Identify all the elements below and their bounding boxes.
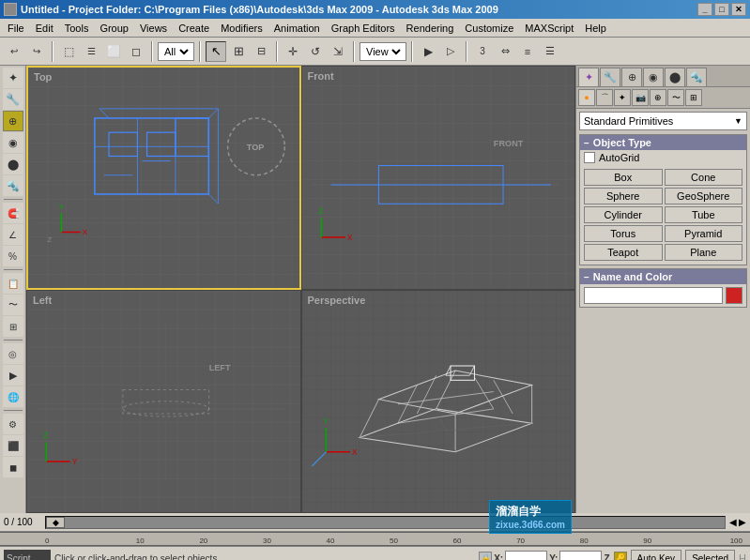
lt-snap-button[interactable]: 🧲 (3, 203, 23, 223)
menu-group[interactable]: Group (94, 22, 134, 35)
sub-tab-helpers[interactable]: ⊕ (650, 89, 666, 106)
bind-to-space-button[interactable]: ⊟ (251, 41, 271, 62)
autokey-button[interactable]: Auto Key (631, 550, 682, 560)
maximize-button[interactable]: □ (714, 3, 729, 16)
timeline-prev-button[interactable]: ◀ (729, 517, 737, 527)
timeline-next-button[interactable]: ▶ (739, 517, 746, 527)
lt-extra3-button[interactable]: ◼ (3, 457, 23, 477)
lt-motion-button[interactable]: ◉ (3, 132, 23, 153)
y-input[interactable] (559, 551, 602, 561)
lt-create-button[interactable]: ✦ (3, 68, 23, 88)
obj-btn-torus[interactable]: Torus (584, 225, 663, 242)
view-dropdown[interactable]: View (360, 42, 406, 61)
section-collapse-icon[interactable]: − (584, 138, 589, 148)
obj-btn-cone[interactable]: Cone (665, 169, 743, 186)
lt-display-button[interactable]: ⬤ (3, 154, 23, 174)
render-scene-button[interactable]: ▶ (418, 41, 438, 62)
window-controls[interactable]: _ □ ✕ (697, 3, 746, 16)
lt-hierarchy-button[interactable]: ⊕ (3, 111, 23, 131)
lt-schematic-view-button[interactable]: ⊞ (3, 316, 23, 337)
redo-button[interactable]: ↪ (26, 41, 47, 62)
cmd-tab-utility[interactable]: 🔩 (686, 68, 707, 86)
align-button[interactable]: ≡ (517, 41, 538, 62)
timeline-track[interactable]: ◆ (45, 516, 726, 529)
menu-customize[interactable]: Customize (459, 22, 519, 35)
obj-btn-sphere[interactable]: Sphere (584, 188, 663, 204)
lt-angle-snap-button[interactable]: ∠ (3, 224, 23, 245)
cmd-tab-create[interactable]: ✦ (578, 68, 599, 86)
undo-button[interactable]: ↩ (4, 41, 24, 62)
viewport-left[interactable]: Left Y Z LEFT (26, 290, 301, 514)
mirror-button[interactable]: ⇔ (495, 41, 515, 62)
rotate-button[interactable]: ↺ (305, 41, 326, 62)
menu-create[interactable]: Create (173, 22, 215, 35)
menu-views[interactable]: Views (134, 22, 173, 35)
menu-rendering[interactable]: Rendering (401, 22, 460, 35)
menu-maxscript[interactable]: MAXScript (519, 22, 579, 35)
svg-line-55 (397, 408, 493, 422)
minimize-button[interactable]: _ (697, 3, 712, 16)
lt-material-editor-button[interactable]: ◎ (3, 343, 23, 364)
timeline-thumb[interactable]: ◆ (46, 517, 65, 528)
select-by-name-button[interactable]: ☰ (81, 41, 101, 62)
menu-graph-editors[interactable]: Graph Editors (326, 22, 401, 35)
lt-render-button[interactable]: ▶ (3, 365, 23, 386)
cmd-tab-motion[interactable]: ◉ (643, 68, 664, 86)
sub-tab-systems[interactable]: ⊞ (685, 89, 702, 106)
layer-manager-button[interactable]: ☰ (540, 41, 560, 62)
lt-named-selection-button[interactable]: 📋 (3, 273, 23, 294)
lt-environment-button[interactable]: 🌐 (3, 386, 23, 407)
menu-tools[interactable]: Tools (59, 22, 95, 35)
lt-modify-button[interactable]: 🔧 (3, 89, 23, 110)
sub-tab-cameras[interactable]: 📷 (632, 89, 649, 106)
lt-curve-editor-button[interactable]: 〜 (3, 295, 23, 315)
lt-percent-snap-button[interactable]: % (3, 246, 23, 266)
selected-button[interactable]: Selected (685, 550, 735, 560)
cmd-tab-modify[interactable]: 🔧 (600, 68, 620, 86)
menu-modifiers[interactable]: Modifiers (215, 22, 268, 35)
menu-file[interactable]: File (2, 22, 30, 35)
lock-icon[interactable]: 🔒 (479, 552, 492, 560)
select-object-button[interactable]: ⬚ (58, 41, 79, 62)
obj-btn-plane[interactable]: Plane (665, 244, 743, 261)
sub-tab-geometry[interactable]: ● (578, 89, 595, 106)
autogrid-checkbox[interactable] (584, 152, 595, 163)
scale-button[interactable]: ⇲ (328, 41, 348, 62)
obj-btn-box[interactable]: Box (584, 169, 663, 186)
primitives-dropdown[interactable]: Standard Primitives ▼ (579, 112, 747, 130)
lt-extra2-button[interactable]: ⬛ (3, 435, 23, 456)
sub-tab-lights[interactable]: ✦ (614, 89, 631, 106)
obj-btn-pyramid[interactable]: Pyramid (665, 225, 743, 242)
close-button[interactable]: ✕ (731, 3, 746, 16)
selection-filter-dropdown[interactable]: All (158, 42, 194, 61)
lt-extra1-button[interactable]: ⚙ (3, 414, 23, 434)
name-color-collapse-icon[interactable]: − (584, 272, 589, 282)
named-selections-button[interactable]: 3 (472, 41, 493, 62)
obj-btn-tube[interactable]: Tube (665, 206, 743, 223)
select-region2-button[interactable]: ◻ (126, 41, 146, 62)
obj-btn-cylinder[interactable]: Cylinder (584, 206, 663, 223)
view-select[interactable]: View (362, 45, 404, 58)
cmd-tab-display[interactable]: ⬤ (665, 68, 685, 86)
move-button[interactable]: ✛ (283, 41, 303, 62)
lt-utility-button[interactable]: 🔩 (3, 175, 23, 196)
select-tool-button[interactable]: ↖ (206, 41, 226, 62)
quick-render-button[interactable]: ▷ (440, 41, 461, 62)
obj-btn-teapot[interactable]: Teapot (584, 244, 663, 261)
menu-help[interactable]: Help (579, 22, 612, 35)
obj-btn-geosphere[interactable]: GeoSphere (665, 188, 743, 204)
select-region-button[interactable]: ⬜ (103, 41, 124, 62)
cmd-tab-hierarchy[interactable]: ⊕ (621, 68, 642, 86)
menu-animation[interactable]: Animation (268, 22, 326, 35)
viewport-perspective[interactable]: Perspective X Y (301, 290, 576, 514)
x-input[interactable] (505, 551, 547, 561)
viewport-top[interactable]: Top X Y Z (26, 66, 301, 290)
selection-filter-select[interactable]: All (161, 45, 191, 58)
object-name-input[interactable] (584, 287, 723, 304)
sub-tab-spacewarps[interactable]: 〜 (667, 89, 684, 106)
object-color-swatch[interactable] (726, 287, 742, 304)
select-and-link-button[interactable]: ⊞ (228, 41, 249, 62)
viewport-front[interactable]: Front X Z FRONT (301, 66, 576, 290)
sub-tab-shapes[interactable]: ⌒ (596, 89, 613, 106)
menu-edit[interactable]: Edit (30, 22, 59, 35)
